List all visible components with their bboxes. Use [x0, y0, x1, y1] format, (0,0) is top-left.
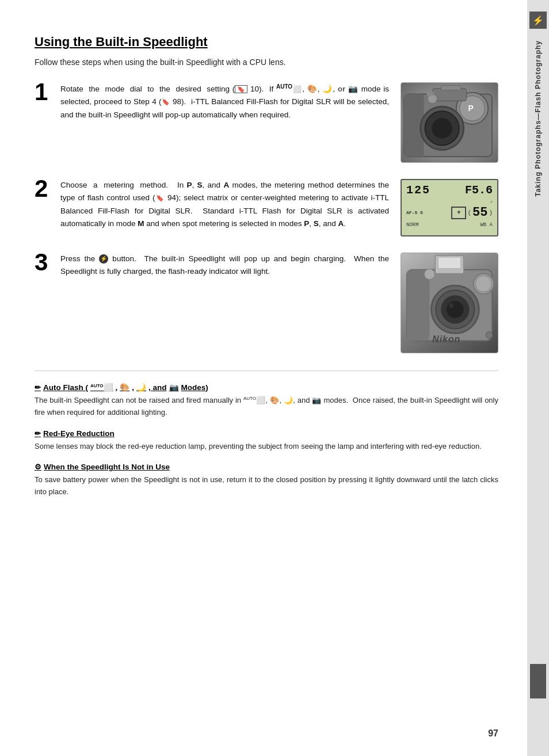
lcd-af-box: +: [451, 207, 466, 219]
svg-point-25: [486, 331, 493, 338]
note-auto-flash-title-text: Auto Flash (: [43, 383, 88, 392]
lcd-af-s: AF-S S: [406, 210, 423, 215]
lcd-norm: NORM: [406, 222, 419, 228]
lcd-bracket-r: ): [489, 209, 493, 216]
step-3-layout: Press the ⚡ button. The built-in Speedli…: [60, 253, 498, 353]
step-2-number: 2: [35, 177, 55, 236]
lcd-bottom-row: AF-S S + ( 55 ): [406, 205, 493, 220]
side-tab-flash-icon: ⚡: [529, 12, 547, 29]
step-2-layout: Choose a metering method. In P, S, and A…: [60, 179, 498, 236]
step-3: 3 Press the ⚡ button. The built-in Speed…: [35, 253, 498, 353]
intro-text: Follow these steps when using the built-…: [35, 56, 498, 68]
mode-icon-night: 🌙: [322, 85, 333, 93]
ref-icon-3: 🔖: [155, 195, 165, 202]
step-3-content: Press the ⚡ button. The built-in Speedli…: [60, 253, 389, 278]
lcd-top-row: 125 F5.6: [406, 184, 493, 197]
ref-icon-1: 🔖: [235, 85, 247, 93]
camera-top-illustration: P: [401, 82, 498, 163]
flash-button-icon: ⚡: [99, 254, 108, 264]
note-red-eye-title-text: Red-Eye Reduction: [43, 429, 115, 438]
mode-s: S: [197, 181, 203, 189]
mode-a2: A: [338, 219, 344, 228]
svg-rect-13: [407, 270, 430, 341]
step-1-layout: Rotate the mode dial to the desired sett…: [60, 82, 498, 163]
lcd-center-row: + ( 55 ): [451, 205, 493, 220]
camera-photo-svg: Nikon: [401, 253, 498, 353]
step-3-image: Nikon: [401, 253, 498, 353]
lcd-aperture: F5.6: [465, 184, 493, 197]
svg-rect-6: [441, 86, 461, 90]
steps-area: 1 Rotate the mode dial to the desired se…: [35, 82, 498, 353]
note-red-eye-text: Some lenses may block the red-eye reduct…: [35, 441, 498, 453]
camera-top-svg: P: [401, 82, 498, 163]
side-tab-text: Taking Photographs—Flash Photography: [534, 40, 542, 197]
flash-icon: ⚡: [532, 15, 544, 26]
note-auto-flash: ✏ Auto Flash (AUTO⬜, 🎨, 🌙, and 📷 Modes) …: [35, 383, 498, 419]
lcd-55: 55: [472, 205, 487, 220]
mode-icon-auto: AUTO⬜: [276, 85, 302, 93]
note-red-eye: ✏ Red-Eye Reduction Some lenses may bloc…: [35, 429, 498, 453]
or-text: or: [338, 85, 346, 93]
lcd-bracket-l: (: [467, 209, 471, 216]
svg-point-10: [432, 118, 452, 139]
page-title: Using the Built-in Speedlight: [35, 35, 498, 49]
step-2-content: Choose a metering method. In P, S, and A…: [60, 179, 389, 230]
notes-section: ✏ Auto Flash (AUTO⬜, 🎨, 🌙, and 📷 Modes) …: [35, 371, 498, 498]
note-auto-flash-text: The built-in Speedlight can not be raise…: [35, 395, 498, 419]
page-container: Using the Built-in Speedlight Follow the…: [0, 0, 549, 756]
note-speedlight-text: To save battery power when the Speedligh…: [35, 474, 498, 498]
lcd-note: ↗: [406, 199, 493, 204]
camera-photo-illustration: Nikon: [401, 253, 498, 353]
mode-auto-inline: AUTO⬜: [90, 383, 113, 392]
side-tab-black-block: [530, 664, 546, 698]
note-speedlight-not-use: ⚙ When the Speedlight Is Not in Use To s…: [35, 463, 498, 498]
note-red-eye-title: ✏ Red-Eye Reduction: [35, 429, 498, 438]
mode-p2: P: [304, 219, 309, 228]
svg-point-20: [449, 303, 453, 308]
pencil-icon-2: ✏: [35, 429, 41, 438]
pencil-icon-1: ✏: [35, 383, 41, 392]
step-3-number: 3: [35, 250, 55, 353]
note-speedlight-title: ⚙ When the Speedlight Is Not in Use: [35, 463, 498, 471]
mode-a: A: [223, 181, 229, 189]
lcd-bottom-labels: NORM WB A: [406, 222, 493, 228]
svg-rect-15: [438, 257, 461, 269]
main-content: Using the Built-in Speedlight Follow the…: [0, 0, 527, 756]
mode-m: M: [138, 219, 144, 228]
step-2: 2 Choose a metering method. In P, S, and…: [35, 179, 498, 236]
cam-icon: ⚙: [35, 463, 41, 471]
step-1-content: Rotate the mode dial to the desired sett…: [60, 82, 389, 121]
step-1-image: P: [401, 82, 498, 163]
mode-portrait-inline: 📷: [169, 383, 179, 392]
step-2-image: 125 F5.6 ↗ AF-S S + ( 55 ): [401, 179, 498, 236]
mode-s2: S: [314, 219, 319, 228]
side-tab: ⚡ Taking Photographs—Flash Photography: [527, 0, 549, 756]
side-tab-line1: Taking Photographs: [534, 120, 542, 197]
mode-icon-portrait: 📷: [348, 85, 359, 93]
mode-icon-scene: 🎨: [307, 85, 318, 93]
lcd-wb: WB A: [480, 222, 493, 228]
svg-rect-11: [426, 91, 433, 96]
mode-scene-inline: 🎨: [120, 383, 129, 392]
step-1: 1 Rotate the mode dial to the desired se…: [35, 82, 498, 163]
lcd-shutter: 125: [406, 184, 430, 197]
mode-p: P: [186, 181, 192, 189]
mode-night-inline: 🌙: [136, 383, 146, 392]
note-auto-flash-title: ✏ Auto Flash (AUTO⬜, 🎨, 🌙, and 📷 Modes): [35, 383, 498, 392]
camera-top-inner: P: [401, 83, 498, 162]
side-tab-line2: Flash Photography: [534, 40, 542, 113]
ref-icon-2: 🔖: [162, 99, 170, 106]
page-number: 97: [488, 728, 498, 739]
lcd-display: 125 F5.6 ↗ AF-S S + ( 55 ): [401, 179, 498, 236]
svg-point-23: [475, 276, 491, 292]
svg-point-19: [447, 301, 464, 318]
svg-text:P: P: [468, 104, 474, 113]
svg-point-24: [425, 269, 435, 280]
note-speedlight-title-text: When the Speedlight Is Not in Use: [44, 463, 170, 471]
step-1-number: 1: [35, 80, 55, 163]
svg-text:Nikon: Nikon: [432, 334, 460, 344]
